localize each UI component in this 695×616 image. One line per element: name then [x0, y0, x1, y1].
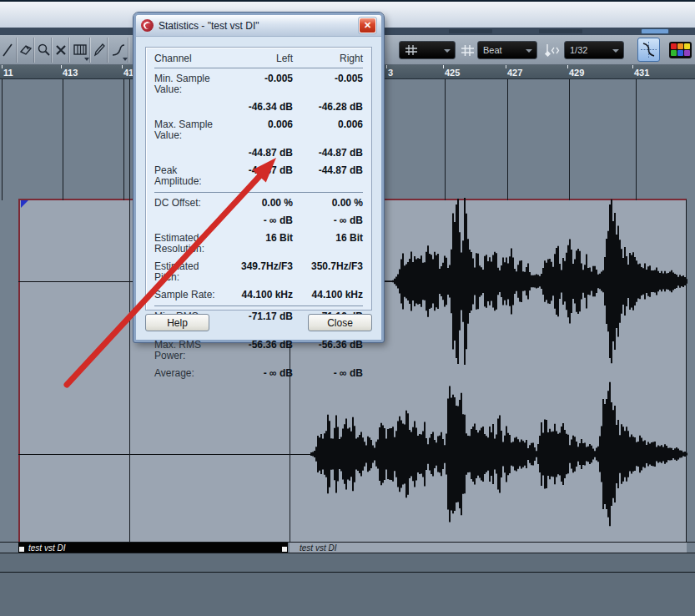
stats-row-label: Estimated Resolution:: [154, 233, 216, 255]
dialog-title: Statistics - "test vst DI": [159, 20, 359, 32]
dialog-close-x-button[interactable]: ✕: [359, 18, 376, 33]
stats-column-header: Left: [216, 53, 293, 64]
stats-value-left: -44.87 dB: [216, 165, 293, 187]
stats-value-left: 0.006: [216, 119, 293, 141]
stats-row-label: [154, 215, 216, 226]
stats-value-right: - ∞ dB: [293, 215, 363, 226]
sample-editor-window: Beat 1/32 11413413425427429431: [0, 0, 695, 616]
stats-value-right: -56.36 dB: [293, 340, 363, 361]
stats-row-label: Max. Sample Value:: [154, 119, 216, 141]
event-title[interactable]: test vst DI: [290, 543, 687, 553]
stats-row: Estimated Resolution:16 Bit16 Bit: [154, 233, 363, 255]
stats-value-right: -0.005: [293, 73, 363, 95]
bar-gridline: [2, 79, 3, 200]
stats-row: DC Offset:0.00 %0.00 %: [154, 198, 363, 209]
stats-value-left: 0.00 %: [216, 198, 293, 209]
bar-gridline: [636, 79, 637, 200]
stats-row-label: Sample Rate:: [154, 290, 216, 300]
stats-row-label: [154, 102, 216, 113]
stats-value-right: 0.00 %: [293, 198, 363, 209]
stats-row: Sample Rate:44.100 kHz44.100 kHz: [154, 290, 363, 300]
event-name-text: test vst DI: [300, 543, 336, 553]
stats-row-label: Max. RMS Power:: [154, 340, 216, 361]
bar-gridline: [507, 79, 508, 200]
stats-header-row: ChannelLeftRight: [154, 53, 363, 68]
stats-value-left: -46.34 dB: [216, 102, 293, 113]
bar-gridline: [445, 79, 446, 200]
stats-row: Estimated Pitch:349.7Hz/F3350.7Hz/F3: [154, 261, 363, 283]
stats-value-left: 44.100 kHz: [216, 290, 293, 300]
stats-row-label: Min. Sample Value:: [154, 73, 216, 95]
stats-value-left: 349.7Hz/F3: [216, 261, 293, 283]
help-button[interactable]: Help: [145, 314, 209, 331]
event-name-text: test vst DI: [28, 543, 65, 553]
statistics-table: ChannelLeftRightMin. Sample Value:-0.005…: [145, 47, 372, 311]
stats-row: Min. Sample Value:-0.005-0.005: [154, 73, 363, 95]
stats-value-right: 44.100 kHz: [293, 290, 363, 300]
stats-value-right: 16 Bit: [293, 233, 363, 255]
stats-row-label: DC Offset:: [154, 198, 216, 209]
stats-row: Peak Amplitude:-44.87 dB-44.87 dB: [154, 165, 363, 187]
stats-column-header: Channel: [154, 53, 216, 64]
bar-gridline: [569, 79, 570, 200]
stats-value-left: 16 Bit: [216, 233, 293, 255]
overview-pane[interactable]: [0, 553, 695, 616]
dialog-titlebar[interactable]: Statistics - "test vst DI" ✕: [136, 15, 381, 37]
stats-row: Max. RMS Power:-56.36 dB-56.36 dB: [154, 340, 363, 361]
event-resize-handle-left[interactable]: [19, 547, 24, 552]
stats-value-right: -44.87 dB: [293, 148, 363, 159]
stats-row-label: Peak Amplitude:: [154, 165, 216, 187]
event-resize-handle-right[interactable]: [282, 547, 287, 552]
stats-row: -44.87 dB-44.87 dB: [154, 148, 363, 159]
stats-row: - ∞ dB- ∞ dB: [154, 215, 363, 226]
stats-row: Average:- ∞ dB- ∞ dB: [154, 368, 363, 379]
stats-value-right: 350.7Hz/F3: [293, 261, 363, 283]
stats-value-right: -46.28 dB: [293, 102, 363, 113]
statistics-dialog: Statistics - "test vst DI" ✕ ChannelLeft…: [133, 13, 384, 342]
stats-column-header: Right: [293, 53, 363, 64]
stats-row-label: [154, 148, 216, 159]
stats-row-label: Average:: [154, 368, 216, 379]
stats-value-left: -44.87 dB: [216, 148, 293, 159]
bar-gridline: [63, 79, 63, 200]
stats-value-left: -56.36 dB: [216, 340, 293, 361]
event-name-lane: test vst DI test vst DI: [0, 542, 695, 553]
stats-row: Max. Sample Value:0.0060.006: [154, 119, 363, 141]
stats-separator: [154, 192, 363, 193]
stats-row: -46.34 dB-46.28 dB: [154, 102, 363, 113]
overview-divider: [0, 572, 695, 573]
stats-value-right: -44.87 dB: [293, 165, 363, 187]
editor-gridline: [129, 79, 130, 543]
stats-value-right: 0.006: [293, 119, 363, 141]
bar-gridline: [123, 79, 124, 200]
selected-event-title[interactable]: test vst DI: [18, 543, 288, 553]
close-button[interactable]: Close: [308, 314, 372, 331]
stats-value-right: - ∞ dB: [293, 368, 363, 379]
stats-row-label: Estimated Pitch:: [154, 261, 216, 283]
cubase-app-icon: [141, 19, 154, 32]
stats-separator: [154, 305, 363, 306]
stats-value-left: - ∞ dB: [216, 368, 293, 379]
stats-value-left: -0.005: [216, 73, 293, 95]
stats-value-left: - ∞ dB: [216, 215, 293, 226]
